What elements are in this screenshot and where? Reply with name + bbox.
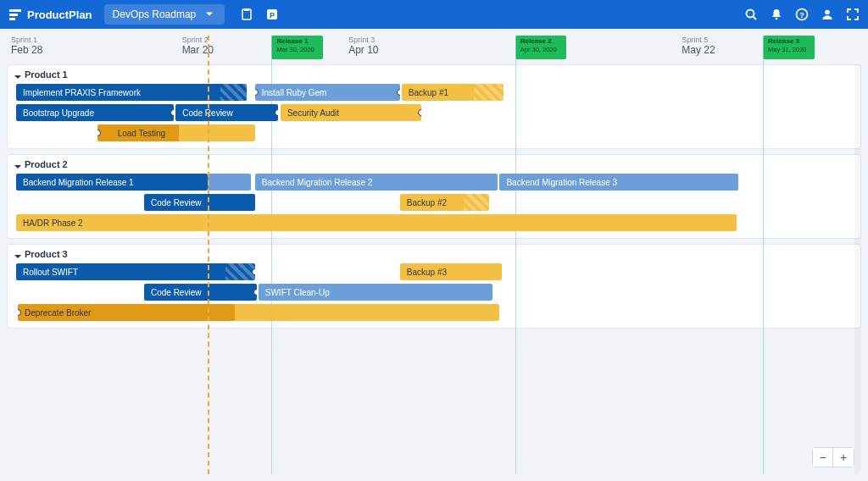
- lane: Product 3Rollout SWIFTBackup #3Code Revi…: [7, 244, 861, 329]
- release-marker[interactable]: Release 3May 31, 2020: [763, 36, 814, 59]
- sprint-column: Sprint 3Apr 10: [348, 36, 378, 56]
- svg-rect-4: [244, 8, 249, 11]
- lane: Product 1Implement PRAXIS FrameworkInsta…: [7, 64, 861, 149]
- svg-point-7: [747, 10, 754, 18]
- task-bar[interactable]: Backend Migration Release 1: [16, 174, 208, 191]
- task-bar[interactable]: Implement PRAXIS Framework: [16, 84, 247, 101]
- release-gridline: [515, 36, 516, 474]
- task-label: Backup #2: [407, 198, 447, 207]
- scroll-edge[interactable]: [854, 64, 861, 474]
- lane-row: Code ReviewSWIFT Clean-Up: [8, 284, 860, 302]
- time-header: Sprint 1Feb 28Sprint 2Mar 20Sprint 3Apr …: [7, 36, 861, 63]
- task-bar[interactable]: Security Audit: [281, 104, 421, 121]
- header-right-tools: ?: [744, 8, 860, 21]
- task-label: Implement PRAXIS Framework: [23, 88, 141, 97]
- task-bar[interactable]: Backup #2: [400, 194, 490, 211]
- dependency-handle-icon[interactable]: [170, 109, 174, 116]
- svg-rect-2: [9, 18, 15, 20]
- task-bar[interactable]: HA/DR Phase 2: [16, 214, 737, 231]
- user-icon[interactable]: [821, 8, 834, 21]
- parking-lot-icon[interactable]: P: [265, 8, 279, 21]
- fullscreen-icon[interactable]: [846, 8, 860, 21]
- task-bar[interactable]: Rollout SWIFT: [16, 263, 255, 280]
- lane-title: Product 1: [25, 69, 68, 80]
- task-bar[interactable]: Code Review: [144, 194, 255, 211]
- chevron-down-icon: [14, 71, 21, 78]
- svg-line-8: [754, 17, 757, 20]
- task-label: Install Ruby Gem: [262, 88, 327, 97]
- task-label: HA/DR Phase 2: [23, 218, 83, 228]
- task-bar[interactable]: Bootstrap Upgrade: [16, 104, 174, 121]
- task-label: Backend Migration Release 3: [506, 178, 617, 187]
- release-name: Release 3: [768, 37, 809, 46]
- release-date: Apr 30, 2020: [520, 46, 561, 54]
- dependency-handle-icon[interactable]: [418, 109, 421, 116]
- sprint-column: Sprint 1Feb 28: [11, 36, 42, 56]
- release-date: Mar 30, 2020: [276, 46, 317, 54]
- task-label: Deprecate Broker: [25, 308, 91, 318]
- zoom-control: − +: [812, 447, 854, 467]
- today-line: [208, 36, 209, 474]
- sprint-label: Sprint 1: [11, 36, 42, 44]
- release-gridline: [271, 36, 272, 474]
- task-bar[interactable]: Backend Migration Release 3: [499, 174, 738, 191]
- bell-icon[interactable]: [770, 8, 783, 21]
- release-date: May 31, 2020: [768, 46, 809, 54]
- dependency-handle-icon[interactable]: [397, 89, 400, 96]
- task-bar[interactable]: SWIFT Clean-Up: [259, 284, 493, 301]
- chevron-down-icon: [14, 161, 21, 168]
- lane-body: Rollout SWIFTBackup #3Code ReviewSWIFT C…: [8, 263, 860, 328]
- release-marker[interactable]: Release 2Apr 30, 2020: [515, 36, 566, 59]
- task-bar[interactable]: Deprecate Broker: [18, 304, 499, 321]
- clipboard-icon[interactable]: [240, 8, 253, 21]
- release-gridline: [763, 36, 764, 474]
- lanes-container: Product 1Implement PRAXIS FrameworkInsta…: [7, 64, 861, 334]
- lane-row: Code ReviewBackup #2: [8, 194, 860, 213]
- task-bar[interactable]: Backup #3: [400, 263, 503, 280]
- caret-down-icon: [203, 8, 216, 21]
- task-bar[interactable]: [208, 174, 250, 191]
- lane-row: Bootstrap UpgradeCode ReviewSecurity Aud…: [8, 104, 860, 123]
- release-name: Release 1: [276, 37, 317, 46]
- zoom-in-button[interactable]: +: [833, 448, 854, 467]
- search-icon[interactable]: [744, 8, 758, 21]
- task-bar[interactable]: Install Ruby Gem: [255, 84, 400, 101]
- task-bar[interactable]: Backup #1: [402, 84, 504, 101]
- task-bar[interactable]: Code Review: [144, 284, 257, 301]
- help-icon[interactable]: ?: [795, 8, 809, 21]
- sprint-label: Sprint 5: [682, 36, 715, 44]
- svg-rect-0: [9, 9, 21, 12]
- task-bar[interactable]: Code Review: [175, 104, 278, 121]
- lane-body: Backend Migration Release 1Backend Migra…: [8, 174, 860, 238]
- task-bar[interactable]: ›Load Testing: [97, 124, 255, 141]
- lane-title: Product 3: [25, 249, 68, 259]
- brand-name: ProductPlan: [27, 8, 92, 21]
- task-label: Backup #3: [407, 268, 447, 277]
- sprint-date: Feb 28: [11, 44, 42, 56]
- task-bar[interactable]: Backend Migration Release 2: [255, 174, 498, 191]
- lane-header[interactable]: Product 1: [8, 65, 860, 84]
- lane-header[interactable]: Product 2: [8, 155, 860, 174]
- task-label: Backend Migration Release 1: [23, 178, 134, 187]
- lane-row: HA/DR Phase 2: [8, 214, 860, 233]
- task-label: Bootstrap Upgrade: [23, 108, 94, 118]
- lane-row: Rollout SWIFTBackup #3: [8, 263, 860, 282]
- main-area: Sprint 1Feb 28Sprint 2Mar 20Sprint 3Apr …: [0, 29, 868, 481]
- chevron-down-icon: [14, 251, 21, 257]
- release-marker[interactable]: Release 1Mar 30, 2020: [271, 36, 322, 59]
- timeline-canvas[interactable]: Sprint 1Feb 28Sprint 2Mar 20Sprint 3Apr …: [7, 36, 861, 474]
- dependency-handle-icon[interactable]: [253, 289, 257, 296]
- lane-row: Implement PRAXIS FrameworkInstall Ruby G…: [8, 84, 860, 102]
- svg-rect-1: [9, 14, 18, 16]
- hatch-overlay: [220, 84, 246, 101]
- sprint-label: Sprint 3: [348, 36, 378, 44]
- dependency-handle-icon[interactable]: [252, 268, 255, 275]
- dependency-handle-icon[interactable]: [255, 89, 259, 96]
- lane-header[interactable]: Product 3: [8, 245, 860, 263]
- dependency-handle-icon[interactable]: [275, 109, 278, 116]
- zoom-out-button[interactable]: −: [813, 448, 833, 467]
- brand-logo[interactable]: ProductPlan: [8, 8, 92, 21]
- logo-icon: [8, 8, 22, 21]
- sprint-date: May 22: [682, 44, 715, 56]
- roadmap-selector[interactable]: DevOps Roadmap: [104, 4, 225, 25]
